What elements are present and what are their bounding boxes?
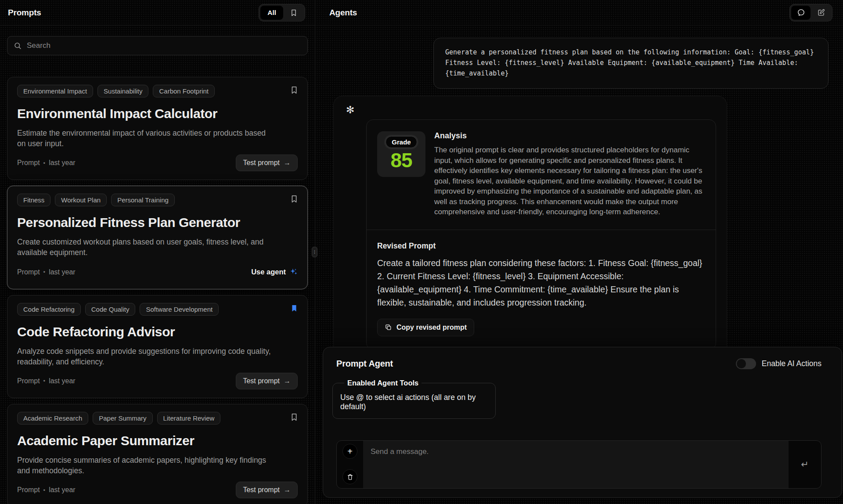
bookmark-icon (290, 9, 298, 17)
analysis-body: Analysis The original prompt is clear an… (434, 131, 705, 217)
add-attachment-button[interactable]: + (342, 444, 357, 459)
composer-actions: + (337, 441, 363, 488)
composer-input-area (363, 441, 789, 488)
tag[interactable]: Workout Plan (55, 194, 107, 206)
card-description: Provide concise summaries of academic pa… (17, 455, 272, 476)
edit-icon (817, 8, 825, 17)
search-icon (14, 42, 22, 50)
tag[interactable]: Sustainability (97, 85, 148, 97)
toggle-label: Enable AI Actions (762, 359, 821, 368)
copy-icon (385, 324, 392, 331)
message-input[interactable] (363, 441, 789, 488)
agents-title: Agents (329, 8, 357, 18)
revised-section: Revised Prompt Create a tailored fitness… (367, 230, 716, 349)
openai-logo-icon: ✻ (342, 103, 716, 115)
prompts-filter-segmented: All (259, 4, 305, 22)
grade-value: 85 (377, 148, 425, 172)
tag-row: Code Refactoring Code Quality Software D… (17, 303, 298, 316)
search-box[interactable] (7, 36, 308, 55)
tag[interactable]: Academic Research (17, 412, 88, 425)
panel-resize-handle[interactable]: ⁞ (312, 247, 317, 257)
compose-button[interactable] (811, 6, 831, 20)
agents-header: Agents (316, 0, 843, 25)
prompt-card-academic-paper[interactable]: Academic Research Paper Summary Literatu… (7, 404, 308, 504)
prompt-card-code-refactoring[interactable]: Code Refactoring Code Quality Software D… (7, 295, 308, 398)
bullet-separator: • (43, 160, 46, 166)
sparkles-icon (289, 268, 298, 276)
tag[interactable]: Code Refactoring (17, 303, 81, 316)
composer-send-area[interactable]: ↵ (789, 441, 821, 488)
tag[interactable]: Environmental Impact (17, 85, 93, 97)
analysis-title: Analysis (434, 131, 705, 140)
agent-sheet-header: Prompt Agent Enable AI Actions (336, 358, 821, 369)
card-title: Code Refactoring Advisor (17, 324, 298, 339)
test-prompt-button[interactable]: Test prompt→ (236, 155, 298, 171)
prompts-panel: Prompts All Environmental Im (0, 0, 315, 504)
prompt-agent-sheet: Prompt Agent Enable AI Actions Enabled A… (323, 347, 842, 498)
card-description: Analyze code snippets and provide sugges… (17, 346, 272, 367)
prompts-title: Prompts (8, 8, 41, 18)
card-description: Estimate the environmental impact of var… (17, 128, 272, 149)
bookmark-icon-button[interactable] (288, 84, 300, 96)
search-input[interactable] (27, 41, 301, 50)
trash-icon (346, 473, 354, 481)
tag[interactable]: Code Quality (85, 303, 136, 316)
bookmark-icon-button[interactable] (288, 411, 300, 423)
card-meta: Prompt•last year (17, 268, 76, 276)
grade-box: Grade 85 (377, 131, 425, 177)
revised-title: Revised Prompt (377, 241, 705, 251)
app-root: Prompts All Environmental Im (0, 0, 843, 504)
grade-label: Grade (385, 136, 417, 148)
card-footer: Prompt•last year Test prompt→ (17, 154, 298, 172)
tag[interactable]: Paper Summary (93, 412, 152, 425)
bookmark-icon-button[interactable] (288, 193, 300, 205)
revised-text: Create a tailored fitness plan consideri… (377, 256, 705, 309)
bullet-separator: • (43, 378, 46, 384)
tag[interactable]: Literature Review (157, 412, 221, 425)
tag-row: Environmental Impact Sustainability Carb… (17, 85, 298, 97)
copy-revised-prompt-button[interactable]: Copy revised prompt (377, 319, 474, 336)
prompts-header: Prompts All (0, 0, 315, 25)
filter-all-button[interactable]: All (260, 6, 283, 20)
tools-legend: Enabled Agent Tools (344, 379, 422, 387)
filter-bookmarks-button[interactable] (284, 6, 303, 20)
arrow-right-icon: → (284, 377, 291, 385)
card-footer: Prompt•last year Use agent (17, 263, 298, 281)
ai-actions-toggle-row: Enable AI Actions (736, 358, 821, 369)
card-title: Academic Paper Summarizer (17, 433, 298, 448)
card-footer: Prompt•last year Test prompt→ (17, 372, 298, 390)
tag-row: Academic Research Paper Summary Literatu… (17, 412, 298, 425)
message-composer: + ↵ (336, 440, 821, 489)
analysis-text: The original prompt is clear and provide… (434, 145, 705, 217)
card-description: Create customized workout plans based on… (17, 237, 272, 258)
card-meta: Prompt•last year (17, 159, 76, 167)
user-prompt-bubble: Generate a personalized fitness plan bas… (433, 38, 829, 89)
tag[interactable]: Carbon Footprint (153, 85, 215, 97)
test-prompt-button[interactable]: Test prompt→ (236, 482, 298, 498)
bullet-separator: • (43, 487, 46, 493)
arrow-right-icon: → (284, 159, 291, 167)
test-prompt-button[interactable]: Test prompt→ (236, 373, 298, 389)
prompt-card-fitness-plan[interactable]: Fitness Workout Plan Personal Training P… (7, 186, 308, 289)
enabled-agent-tools-fieldset: Enabled Agent Tools Use @ to select ai a… (332, 379, 496, 419)
tag[interactable]: Fitness (17, 194, 50, 206)
response-card: ✻ Grade 85 Analysis The original prompt … (333, 96, 727, 362)
clear-chat-button[interactable] (342, 469, 357, 484)
prompt-card-environmental-impact[interactable]: Environmental Impact Sustainability Carb… (7, 77, 308, 180)
tag[interactable]: Software Development (140, 303, 219, 316)
toggle-knob (737, 359, 746, 368)
chat-bubble-icon (797, 8, 805, 17)
card-meta: Prompt•last year (17, 486, 76, 494)
chat-view-button[interactable] (791, 6, 811, 20)
analysis-section: Grade 85 Analysis The original prompt is… (367, 120, 716, 230)
grip-dots-icon: ⁞ (314, 250, 315, 255)
enable-ai-actions-toggle[interactable] (736, 358, 756, 369)
tag[interactable]: Personal Training (111, 194, 175, 206)
use-agent-button[interactable]: Use agent (251, 268, 298, 276)
agents-view-segmented (789, 4, 832, 22)
bookmark-filled-icon-button[interactable] (288, 302, 300, 314)
arrow-right-icon: → (284, 486, 291, 494)
prompts-list: Environmental Impact Sustainability Carb… (0, 25, 315, 504)
analysis-card: Grade 85 Analysis The original prompt is… (366, 119, 716, 350)
card-title: Environmental Impact Calculator (17, 106, 298, 121)
